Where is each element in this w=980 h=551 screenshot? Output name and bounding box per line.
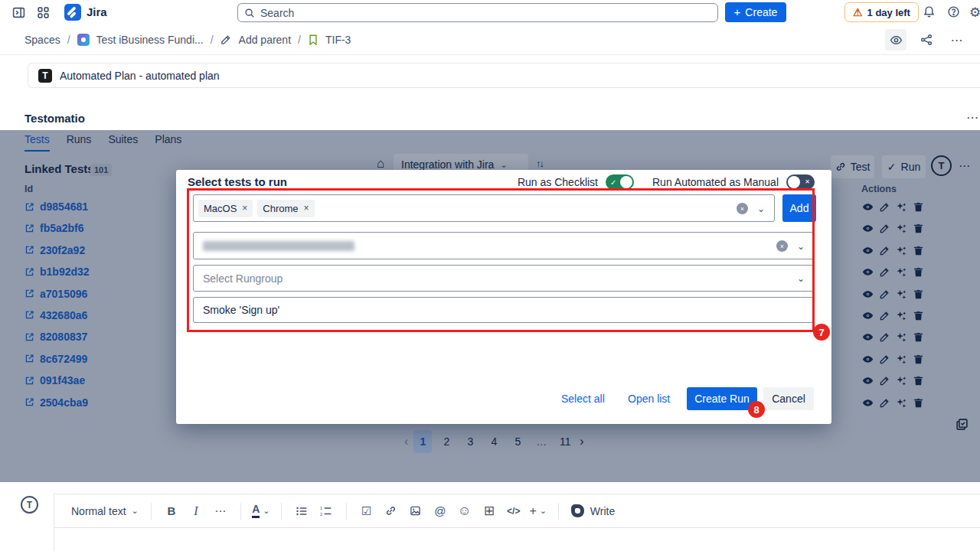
select-tests-modal: Select tests to run Run as Checklist ✓ R… xyxy=(176,170,831,424)
mention-button[interactable]: @ xyxy=(430,500,451,523)
chevron-down-icon[interactable]: ⌄ xyxy=(757,204,765,214)
bold-button[interactable]: B xyxy=(161,500,182,523)
rungroup-select[interactable]: Select Rungroup ⌄ xyxy=(193,265,815,292)
env-tags: MacOS × Chrome × xyxy=(198,200,315,217)
breadcrumb-separator: / xyxy=(211,34,214,46)
share-icon[interactable] xyxy=(916,29,937,51)
breadcrumb-issue-key[interactable]: TIF-3 xyxy=(325,34,351,46)
environment-tag: MacOS × xyxy=(198,200,253,217)
annotation-step-7-badge: 7 xyxy=(813,324,830,341)
text-style-dropdown[interactable]: Normal text ⌄ xyxy=(71,505,139,517)
obscured-select-field[interactable]: × ⌄ xyxy=(193,232,815,259)
svg-text:2: 2 xyxy=(320,511,322,516)
warning-icon: ⚠ xyxy=(853,7,863,18)
app-switcher-icon[interactable] xyxy=(37,6,50,19)
run-automated-as-manual-toggle[interactable]: ✕ xyxy=(786,174,815,190)
notifications-bell-icon[interactable] xyxy=(923,5,936,18)
page-actions: ⋯ xyxy=(885,29,968,51)
chevron-down-icon: ⌄ xyxy=(132,506,139,516)
plan-card-title: Automated Plan - automated plan xyxy=(60,70,220,82)
emoji-button[interactable]: ☺ xyxy=(454,500,475,523)
italic-button[interactable]: I xyxy=(185,500,207,523)
modal-title: Select tests to run xyxy=(188,175,287,188)
settings-gear-icon[interactable]: ⚙ xyxy=(969,5,980,21)
svg-text:1: 1 xyxy=(320,506,322,510)
chevron-down-icon: ⌄ xyxy=(540,506,547,516)
jira-logo-icon[interactable] xyxy=(64,4,81,21)
numbered-list-button[interactable]: 12 xyxy=(315,500,337,523)
ai-write-button[interactable]: Write xyxy=(571,504,615,517)
editor-toolbar: Normal text ⌄ B I ⋯ A⌄ 12 ☑ @ ☺ ⊞ </> +⌄… xyxy=(54,494,980,528)
insert-more-button[interactable]: +⌄ xyxy=(528,500,549,523)
toggle-knob xyxy=(788,176,800,188)
chevron-down-icon[interactable]: ⌄ xyxy=(797,273,805,284)
bookmark-icon xyxy=(308,34,318,45)
environment-tag: Chrome × xyxy=(257,200,314,217)
plus-icon: + xyxy=(734,5,741,18)
run-title-input[interactable]: Smoke 'Sign up' xyxy=(193,297,815,323)
image-button[interactable] xyxy=(405,500,426,523)
automated-plan-card[interactable]: T Automated Plan - automated plan xyxy=(28,63,980,88)
edit-parent-icon xyxy=(220,34,232,45)
breadcrumb-separator: / xyxy=(298,34,301,46)
check-icon: ✓ xyxy=(610,178,616,187)
remove-tag-icon[interactable]: × xyxy=(304,203,309,214)
task-checkbox-button[interactable]: ☑ xyxy=(356,500,377,523)
search-placeholder: Search xyxy=(260,7,294,19)
top-navigation-bar: Jira Search + Create ⚠ 1 day left ⚙ xyxy=(0,0,980,24)
cross-icon: ✕ xyxy=(805,178,810,186)
run-as-checklist-toggle[interactable]: ✓ xyxy=(606,174,634,190)
more-options-icon[interactable]: ⋯ xyxy=(946,29,968,51)
search-icon xyxy=(244,8,255,18)
breadcrumb-space-name[interactable]: Test iBusiness Fundi... xyxy=(96,34,204,46)
toolbar-divider xyxy=(151,503,152,520)
table-button[interactable]: ⊞ xyxy=(479,500,500,523)
editor-left-border xyxy=(54,528,54,551)
section-more-icon[interactable]: ⋯ xyxy=(966,110,979,125)
remove-tag-icon[interactable]: × xyxy=(242,203,247,214)
app-name: Jira xyxy=(87,5,107,18)
testomatio-editor-logo-icon: T xyxy=(21,496,38,514)
search-input[interactable]: Search xyxy=(237,3,718,22)
select-all-link[interactable]: Select all xyxy=(561,393,605,405)
blurred-value xyxy=(203,241,354,251)
cancel-button[interactable]: Cancel xyxy=(763,387,814,410)
clear-selection-icon[interactable]: × xyxy=(776,240,788,252)
toolbar-divider xyxy=(346,503,347,520)
environment-multiselect[interactable]: MacOS × Chrome × × ⌄ xyxy=(193,194,775,222)
code-block-button[interactable]: </> xyxy=(503,500,524,523)
rungroup-placeholder: Select Rungroup xyxy=(203,272,283,285)
breadcrumb-spaces[interactable]: Spaces xyxy=(24,34,60,46)
trial-days-left-badge[interactable]: ⚠ 1 day left xyxy=(844,2,919,22)
text-color-button[interactable]: A⌄ xyxy=(250,500,272,523)
add-environment-button[interactable]: Add xyxy=(782,194,816,222)
create-run-button[interactable]: Create Run xyxy=(687,387,757,410)
clear-selection-icon[interactable]: × xyxy=(737,203,748,214)
toolbar-divider xyxy=(281,503,282,520)
write-logo-icon xyxy=(571,504,584,517)
text-more-options-icon[interactable]: ⋯ xyxy=(210,500,231,523)
toggle-knob xyxy=(620,176,632,188)
toolbar-divider xyxy=(240,503,241,520)
sidebar-toggle-icon[interactable] xyxy=(12,6,25,19)
open-list-link[interactable]: Open list xyxy=(628,393,670,405)
space-avatar-icon xyxy=(77,34,90,46)
bullet-list-button[interactable] xyxy=(291,500,312,523)
watch-eye-icon[interactable] xyxy=(885,29,906,51)
link-button[interactable] xyxy=(381,500,402,523)
breadcrumb-bar: Spaces / Test iBusiness Fundi... / Add p… xyxy=(0,24,980,55)
testomatio-section-heading: Testomatio xyxy=(24,112,85,125)
breadcrumb: Spaces / Test iBusiness Fundi... / Add p… xyxy=(24,24,351,54)
toolbar-divider xyxy=(558,503,559,520)
chevron-down-icon: ⌄ xyxy=(263,506,270,516)
chevron-down-icon[interactable]: ⌄ xyxy=(797,241,805,252)
breadcrumb-separator: / xyxy=(67,34,70,46)
create-button[interactable]: + Create xyxy=(725,2,786,22)
run-automated-as-manual-label: Run Automated as Manual xyxy=(652,176,779,188)
run-title-value: Smoke 'Sign up' xyxy=(203,304,279,316)
breadcrumb-add-parent[interactable]: Add parent xyxy=(239,34,292,46)
help-icon[interactable] xyxy=(947,5,960,18)
modal-toggles: Run as Checklist ✓ Run Automated as Manu… xyxy=(518,174,815,190)
testomatio-logo-icon: T xyxy=(38,69,52,83)
run-as-checklist-label: Run as Checklist xyxy=(518,176,598,188)
